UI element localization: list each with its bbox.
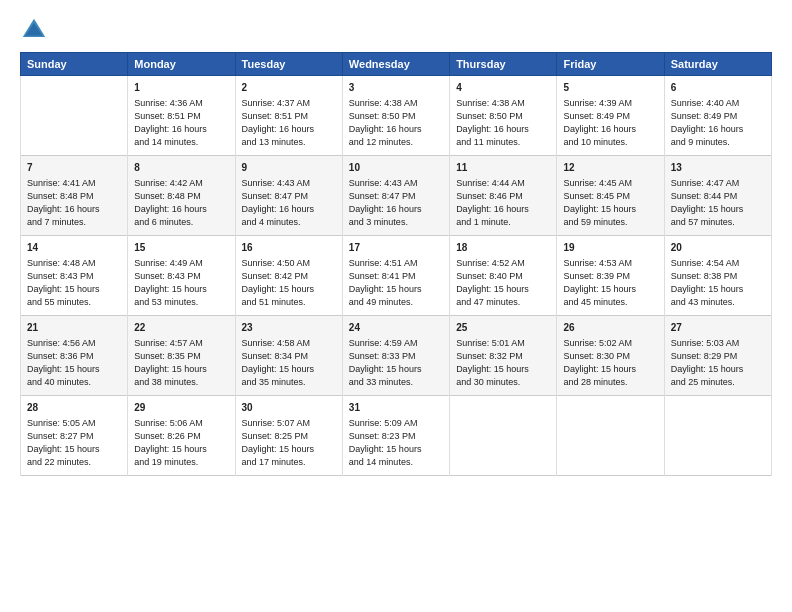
table-cell: 8Sunrise: 4:42 AM Sunset: 8:48 PM Daylig… [128,156,235,236]
cell-content: Sunrise: 5:03 AM Sunset: 8:29 PM Dayligh… [671,337,765,389]
day-number: 16 [242,241,336,255]
cell-content: Sunrise: 4:57 AM Sunset: 8:35 PM Dayligh… [134,337,228,389]
cell-content: Sunrise: 4:53 AM Sunset: 8:39 PM Dayligh… [563,257,657,309]
day-number: 29 [134,401,228,415]
column-header-monday: Monday [128,53,235,76]
day-number: 1 [134,81,228,95]
table-row: 7Sunrise: 4:41 AM Sunset: 8:48 PM Daylig… [21,156,772,236]
day-number: 30 [242,401,336,415]
cell-content: Sunrise: 4:40 AM Sunset: 8:49 PM Dayligh… [671,97,765,149]
cell-content: Sunrise: 5:02 AM Sunset: 8:30 PM Dayligh… [563,337,657,389]
table-cell: 17Sunrise: 4:51 AM Sunset: 8:41 PM Dayli… [342,236,449,316]
cell-content: Sunrise: 4:43 AM Sunset: 8:47 PM Dayligh… [242,177,336,229]
day-number: 7 [27,161,121,175]
table-cell: 24Sunrise: 4:59 AM Sunset: 8:33 PM Dayli… [342,316,449,396]
cell-content: Sunrise: 4:59 AM Sunset: 8:33 PM Dayligh… [349,337,443,389]
day-number: 4 [456,81,550,95]
column-header-tuesday: Tuesday [235,53,342,76]
day-number: 10 [349,161,443,175]
cell-content: Sunrise: 4:38 AM Sunset: 8:50 PM Dayligh… [349,97,443,149]
cell-content: Sunrise: 4:41 AM Sunset: 8:48 PM Dayligh… [27,177,121,229]
table-cell: 3Sunrise: 4:38 AM Sunset: 8:50 PM Daylig… [342,76,449,156]
table-cell: 10Sunrise: 4:43 AM Sunset: 8:47 PM Dayli… [342,156,449,236]
cell-content: Sunrise: 4:47 AM Sunset: 8:44 PM Dayligh… [671,177,765,229]
cell-content: Sunrise: 4:38 AM Sunset: 8:50 PM Dayligh… [456,97,550,149]
day-number: 14 [27,241,121,255]
page: SundayMondayTuesdayWednesdayThursdayFrid… [0,0,792,612]
cell-content: Sunrise: 5:07 AM Sunset: 8:25 PM Dayligh… [242,417,336,469]
day-number: 27 [671,321,765,335]
table-cell: 12Sunrise: 4:45 AM Sunset: 8:45 PM Dayli… [557,156,664,236]
table-cell [557,396,664,476]
table-cell: 23Sunrise: 4:58 AM Sunset: 8:34 PM Dayli… [235,316,342,396]
table-cell [21,76,128,156]
cell-content: Sunrise: 5:09 AM Sunset: 8:23 PM Dayligh… [349,417,443,469]
cell-content: Sunrise: 4:48 AM Sunset: 8:43 PM Dayligh… [27,257,121,309]
day-number: 9 [242,161,336,175]
day-number: 19 [563,241,657,255]
cell-content: Sunrise: 5:05 AM Sunset: 8:27 PM Dayligh… [27,417,121,469]
cell-content: Sunrise: 4:45 AM Sunset: 8:45 PM Dayligh… [563,177,657,229]
column-header-saturday: Saturday [664,53,771,76]
table-cell: 1Sunrise: 4:36 AM Sunset: 8:51 PM Daylig… [128,76,235,156]
cell-content: Sunrise: 4:50 AM Sunset: 8:42 PM Dayligh… [242,257,336,309]
calendar-table: SundayMondayTuesdayWednesdayThursdayFrid… [20,52,772,476]
table-cell [450,396,557,476]
day-number: 24 [349,321,443,335]
table-cell: 30Sunrise: 5:07 AM Sunset: 8:25 PM Dayli… [235,396,342,476]
table-cell: 4Sunrise: 4:38 AM Sunset: 8:50 PM Daylig… [450,76,557,156]
table-cell: 16Sunrise: 4:50 AM Sunset: 8:42 PM Dayli… [235,236,342,316]
day-number: 15 [134,241,228,255]
cell-content: Sunrise: 4:54 AM Sunset: 8:38 PM Dayligh… [671,257,765,309]
cell-content: Sunrise: 4:56 AM Sunset: 8:36 PM Dayligh… [27,337,121,389]
table-cell: 28Sunrise: 5:05 AM Sunset: 8:27 PM Dayli… [21,396,128,476]
cell-content: Sunrise: 4:42 AM Sunset: 8:48 PM Dayligh… [134,177,228,229]
logo [20,16,52,44]
table-cell: 7Sunrise: 4:41 AM Sunset: 8:48 PM Daylig… [21,156,128,236]
cell-content: Sunrise: 4:49 AM Sunset: 8:43 PM Dayligh… [134,257,228,309]
cell-content: Sunrise: 4:36 AM Sunset: 8:51 PM Dayligh… [134,97,228,149]
cell-content: Sunrise: 4:58 AM Sunset: 8:34 PM Dayligh… [242,337,336,389]
cell-content: Sunrise: 5:01 AM Sunset: 8:32 PM Dayligh… [456,337,550,389]
day-number: 11 [456,161,550,175]
cell-content: Sunrise: 4:39 AM Sunset: 8:49 PM Dayligh… [563,97,657,149]
day-number: 2 [242,81,336,95]
table-cell: 14Sunrise: 4:48 AM Sunset: 8:43 PM Dayli… [21,236,128,316]
table-cell: 19Sunrise: 4:53 AM Sunset: 8:39 PM Dayli… [557,236,664,316]
table-cell: 25Sunrise: 5:01 AM Sunset: 8:32 PM Dayli… [450,316,557,396]
day-number: 25 [456,321,550,335]
day-number: 31 [349,401,443,415]
cell-content: Sunrise: 4:43 AM Sunset: 8:47 PM Dayligh… [349,177,443,229]
column-header-thursday: Thursday [450,53,557,76]
day-number: 28 [27,401,121,415]
day-number: 26 [563,321,657,335]
table-row: 14Sunrise: 4:48 AM Sunset: 8:43 PM Dayli… [21,236,772,316]
column-header-friday: Friday [557,53,664,76]
column-header-sunday: Sunday [21,53,128,76]
day-number: 3 [349,81,443,95]
cell-content: Sunrise: 4:52 AM Sunset: 8:40 PM Dayligh… [456,257,550,309]
table-cell: 29Sunrise: 5:06 AM Sunset: 8:26 PM Dayli… [128,396,235,476]
table-cell: 18Sunrise: 4:52 AM Sunset: 8:40 PM Dayli… [450,236,557,316]
column-header-wednesday: Wednesday [342,53,449,76]
day-number: 23 [242,321,336,335]
table-row: 1Sunrise: 4:36 AM Sunset: 8:51 PM Daylig… [21,76,772,156]
day-number: 6 [671,81,765,95]
table-cell: 21Sunrise: 4:56 AM Sunset: 8:36 PM Dayli… [21,316,128,396]
table-cell: 27Sunrise: 5:03 AM Sunset: 8:29 PM Dayli… [664,316,771,396]
table-cell: 2Sunrise: 4:37 AM Sunset: 8:51 PM Daylig… [235,76,342,156]
cell-content: Sunrise: 4:44 AM Sunset: 8:46 PM Dayligh… [456,177,550,229]
day-number: 20 [671,241,765,255]
day-number: 18 [456,241,550,255]
table-cell: 13Sunrise: 4:47 AM Sunset: 8:44 PM Dayli… [664,156,771,236]
table-row: 28Sunrise: 5:05 AM Sunset: 8:27 PM Dayli… [21,396,772,476]
table-cell: 20Sunrise: 4:54 AM Sunset: 8:38 PM Dayli… [664,236,771,316]
table-cell: 11Sunrise: 4:44 AM Sunset: 8:46 PM Dayli… [450,156,557,236]
table-cell [664,396,771,476]
day-number: 5 [563,81,657,95]
day-number: 22 [134,321,228,335]
table-cell: 22Sunrise: 4:57 AM Sunset: 8:35 PM Dayli… [128,316,235,396]
day-number: 12 [563,161,657,175]
table-cell: 15Sunrise: 4:49 AM Sunset: 8:43 PM Dayli… [128,236,235,316]
cell-content: Sunrise: 4:37 AM Sunset: 8:51 PM Dayligh… [242,97,336,149]
